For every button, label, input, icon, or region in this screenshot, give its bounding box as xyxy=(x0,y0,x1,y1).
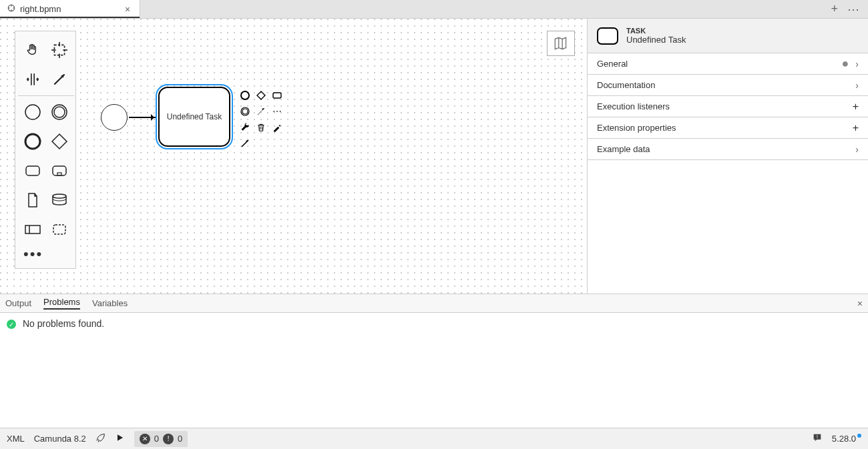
task-shape-selected[interactable]: Undefined Task xyxy=(158,87,230,147)
deploy-button[interactable] xyxy=(95,432,106,445)
color-button[interactable] xyxy=(270,120,284,135)
properties-header: TASK Undefined Task xyxy=(588,19,868,53)
bpmn-file-icon xyxy=(7,3,16,15)
svg-rect-5 xyxy=(54,45,64,55)
svg-text:!: ! xyxy=(817,434,818,439)
group-icon[interactable] xyxy=(46,215,73,244)
svg-line-12 xyxy=(54,74,64,84)
append-inter-event-button[interactable] xyxy=(238,104,252,119)
svg-rect-28 xyxy=(273,93,281,98)
svg-point-17 xyxy=(25,134,40,149)
lint-summary-button[interactable]: ✕ 0 ! 0 xyxy=(134,431,188,447)
bottom-tabs: Output Problems Variables × xyxy=(0,294,868,313)
new-tab-button[interactable]: + xyxy=(831,2,838,16)
bpmn-canvas[interactable]: ••• Undefined Task ⋯ xyxy=(0,19,588,294)
problems-status-text: No problems found. xyxy=(23,318,104,329)
properties-panel: TASK Undefined Task General ● › Document… xyxy=(588,19,868,294)
close-tab-button[interactable]: × xyxy=(122,4,133,15)
chevron-right-icon: › xyxy=(855,144,859,155)
group-general[interactable]: General ● › xyxy=(588,53,868,75)
file-tab-label: right.bpmn xyxy=(20,4,61,14)
tab-variables[interactable]: Variables xyxy=(92,298,128,308)
error-count: 0 xyxy=(154,434,159,444)
svg-line-32 xyxy=(242,140,248,147)
app-version-label[interactable]: 5.28.0 xyxy=(832,434,861,444)
warn-count: 0 xyxy=(178,434,182,444)
palette-more-button[interactable]: ••• xyxy=(19,244,73,264)
context-pad: ⋯ xyxy=(238,88,284,151)
wrench-button[interactable] xyxy=(238,120,252,135)
tab-output[interactable]: Output xyxy=(5,298,31,308)
start-event-shape[interactable] xyxy=(101,104,128,131)
chevron-right-icon: › xyxy=(855,80,859,91)
feedback-button[interactable]: ! xyxy=(812,432,823,445)
warn-count-icon: ! xyxy=(163,434,174,444)
connect-tool-icon[interactable] xyxy=(46,65,73,94)
svg-point-15 xyxy=(52,105,67,119)
svg-marker-31 xyxy=(262,108,264,110)
start-event-icon[interactable] xyxy=(19,97,46,127)
group-extension-properties[interactable]: Extension properties + xyxy=(588,117,868,139)
svg-rect-19 xyxy=(26,166,39,175)
group-label: Documentation xyxy=(597,80,855,90)
svg-rect-23 xyxy=(25,226,40,234)
main: ••• Undefined Task ⋯ xyxy=(0,19,868,294)
svg-marker-33 xyxy=(246,140,248,142)
lasso-tool-icon[interactable] xyxy=(46,35,73,65)
sequence-flow-arrow[interactable] xyxy=(129,117,157,118)
svg-rect-21 xyxy=(57,173,61,175)
task-icon[interactable] xyxy=(19,156,46,185)
group-label: General xyxy=(597,59,841,69)
properties-type-label: TASK xyxy=(626,27,686,35)
gateway-icon[interactable] xyxy=(46,127,73,156)
svg-point-26 xyxy=(241,91,249,99)
tab-actions: + ⋯ xyxy=(823,0,868,18)
end-event-icon[interactable] xyxy=(46,97,73,127)
data-object-icon[interactable] xyxy=(19,185,46,215)
tab-problems[interactable]: Problems xyxy=(43,297,80,310)
add-item-button[interactable]: + xyxy=(853,101,859,113)
tabs-bar: right.bpmn × + ⋯ xyxy=(0,0,868,19)
properties-element-name: Undefined Task xyxy=(626,35,686,45)
intermediate-event-icon[interactable] xyxy=(19,127,46,156)
unsaved-indicator-icon: ● xyxy=(841,57,849,71)
group-label: Extension properties xyxy=(597,123,853,133)
subprocess-icon[interactable] xyxy=(46,156,73,185)
append-gateway-button[interactable] xyxy=(254,88,268,103)
data-store-icon[interactable] xyxy=(46,185,73,215)
check-ok-icon: ✓ xyxy=(7,320,16,329)
space-tool-icon[interactable] xyxy=(19,65,46,94)
task-label: Undefined Task xyxy=(167,112,222,121)
pool-icon[interactable] xyxy=(19,215,46,244)
append-connection-button[interactable] xyxy=(254,104,268,119)
svg-marker-18 xyxy=(52,134,67,149)
start-instance-button[interactable] xyxy=(116,433,125,444)
group-example-data[interactable]: Example data › xyxy=(588,139,868,160)
statusbar: XML Camunda 8.2 ✕ 0 ! 0 ! 5.28.0 xyxy=(0,428,868,449)
more-options-button[interactable]: ⋯ xyxy=(270,104,284,119)
group-execution-listeners[interactable]: Execution listeners + xyxy=(588,96,868,117)
view-xml-button[interactable]: XML xyxy=(7,434,25,444)
svg-marker-27 xyxy=(257,91,265,99)
svg-marker-13 xyxy=(61,74,64,77)
append-task-button[interactable] xyxy=(270,88,284,103)
hand-tool-icon[interactable] xyxy=(19,35,46,65)
svg-point-30 xyxy=(242,109,248,114)
add-item-button[interactable]: + xyxy=(853,122,859,134)
delete-button[interactable] xyxy=(254,120,268,135)
close-panel-button[interactable]: × xyxy=(857,298,863,309)
svg-point-22 xyxy=(53,194,66,198)
file-tab[interactable]: right.bpmn × xyxy=(0,0,140,18)
group-label: Execution listeners xyxy=(597,101,853,111)
connect-append-button[interactable] xyxy=(238,136,252,151)
svg-rect-25 xyxy=(53,225,65,234)
svg-point-0 xyxy=(8,5,14,11)
minimap-toggle-button[interactable] xyxy=(547,31,575,56)
svg-point-16 xyxy=(54,107,65,117)
engine-version-label[interactable]: Camunda 8.2 xyxy=(34,434,86,444)
kebab-menu-icon[interactable]: ⋯ xyxy=(847,2,860,17)
group-documentation[interactable]: Documentation › xyxy=(588,75,868,96)
append-event-button[interactable] xyxy=(238,88,252,103)
bottom-panel: Output Problems Variables × ✓ No problem… xyxy=(0,294,868,428)
chevron-right-icon: › xyxy=(855,59,859,69)
